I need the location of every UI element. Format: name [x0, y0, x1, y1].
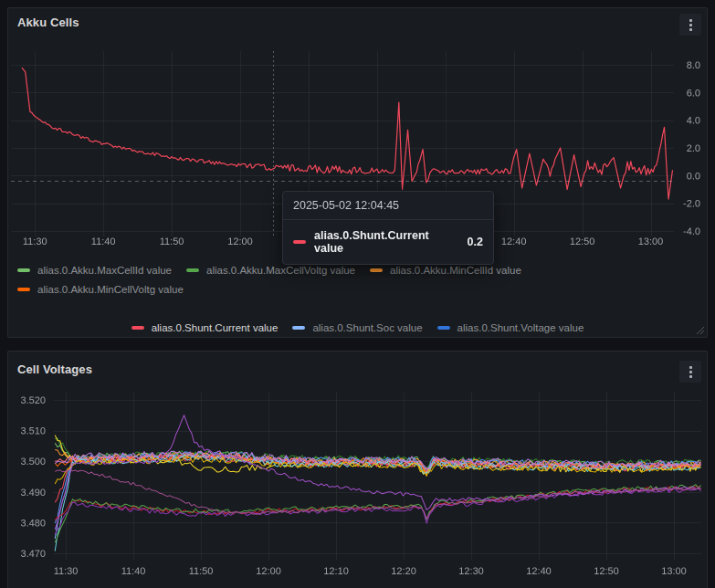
panel-header: Akku Cells [8, 8, 707, 37]
series-color-marker [293, 240, 306, 244]
legend-label: alias.0.Shunt.Voltage value [457, 322, 584, 333]
tooltip-series-row: alias.0.Shunt.Current value 0.2 [283, 220, 493, 264]
legend: alias.0.Akku.MaxCellId value alias.0.Akk… [17, 261, 700, 298]
legend-item-shunt-soc[interactable]: alias.0.Shunt.Soc value [292, 319, 422, 336]
kebab-dot-icon [689, 19, 692, 22]
legend-label: alias.0.Akku.MaxCellVoltg value [206, 265, 355, 276]
cell-voltages-chart[interactable] [9, 386, 708, 582]
panel-menu-button[interactable] [679, 361, 701, 383]
kebab-dot-icon [689, 371, 692, 373]
legend-item-mincellvoltg[interactable]: alias.0.Akku.MinCellVoltg value [17, 280, 184, 298]
tooltip-series-value: 0.2 [468, 236, 483, 248]
legend-label: alias.0.Akku.MinCellId value [390, 265, 521, 276]
chart-tooltip: 2025-05-02 12:04:45 alias.0.Shunt.Curren… [282, 191, 494, 265]
legend-marker [17, 288, 30, 291]
legend-label: alias.0.Shunt.Current value [152, 322, 279, 333]
panel-title: Akku Cells [17, 16, 79, 29]
legend-item-shunt-voltage[interactable]: alias.0.Shunt.Voltage value [437, 319, 584, 336]
kebab-dot-icon [689, 366, 692, 369]
legend-marker [292, 326, 305, 330]
panel-akku-cells: Akku Cells 2025-05-02 12:04:45 alias.0.S… [7, 7, 708, 338]
panel-title: Cell Voltages [17, 362, 92, 376]
panel-header: Cell Voltages [8, 352, 707, 381]
legend-marker [131, 326, 144, 330]
legend-label: alias.0.Shunt.Soc value [312, 322, 422, 333]
kebab-dot-icon [689, 28, 692, 31]
tooltip-series-label: alias.0.Shunt.Current value [314, 229, 459, 255]
panel-resize-handle[interactable] [696, 326, 705, 335]
legend-item-shunt-current[interactable]: alias.0.Shunt.Current value [131, 319, 279, 336]
legend-shunt: alias.0.Shunt.Current value alias.0.Shun… [8, 319, 707, 336]
legend-marker [370, 268, 383, 272]
legend-marker [17, 268, 30, 272]
tooltip-time: 2025-05-02 12:04:45 [283, 192, 493, 220]
panel-menu-button[interactable] [679, 14, 701, 36]
legend-marker [437, 326, 450, 330]
legend-label: alias.0.Akku.MinCellVoltg value [37, 284, 184, 295]
panel-cell-voltages: Cell Voltages [7, 351, 708, 588]
legend-label: alias.0.Akku.MaxCellId value [37, 265, 172, 276]
legend-item-maxcellid[interactable]: alias.0.Akku.MaxCellId value [17, 261, 172, 278]
legend-marker [186, 268, 199, 272]
kebab-dot-icon [689, 24, 692, 26]
kebab-dot-icon [689, 375, 692, 378]
